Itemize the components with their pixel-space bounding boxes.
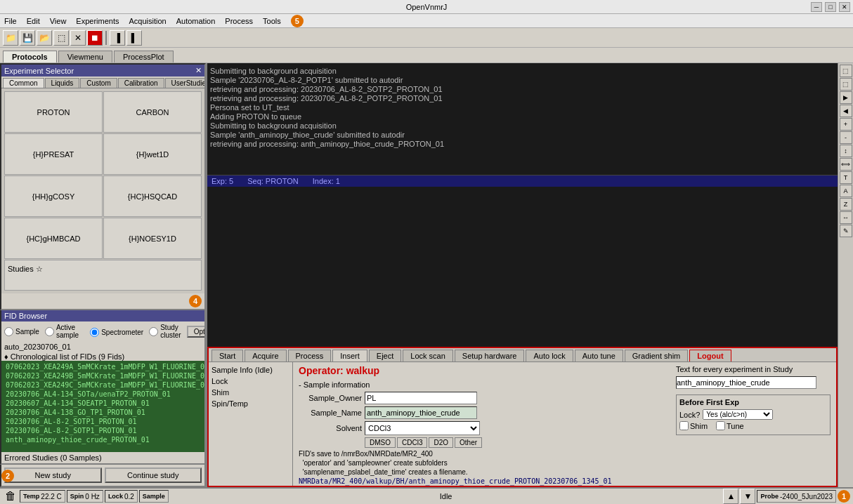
sidebar-icon-2[interactable]: ⬚ — [840, 78, 852, 91]
exp-hnoesy1d[interactable]: {H}NOESY1D — [103, 218, 202, 259]
sidebar-icon-arrow[interactable]: ↔ — [840, 211, 852, 224]
exp-tab-calibration[interactable]: Calibration — [118, 78, 164, 88]
options-button[interactable]: Options — [187, 326, 206, 338]
menu-file[interactable]: File — [1, 16, 20, 26]
expand-btn-1[interactable]: ▲ — [723, 489, 738, 504]
fid-item[interactable]: anth_aminopy_thioe_crude_PROTON_01 — [3, 435, 203, 444]
toolbar-btn-stop[interactable]: ⏹ — [87, 30, 103, 46]
ctrl-tab-insert[interactable]: Insert — [332, 350, 367, 362]
solvent-d2o-btn[interactable]: D2O — [429, 437, 453, 448]
continue-study-button[interactable]: Continue study — [105, 467, 202, 483]
exp-proton[interactable]: PROTON — [4, 91, 103, 133]
ctrl-tab-start[interactable]: Start — [211, 350, 243, 362]
tune-checkbox[interactable] — [716, 421, 725, 430]
ctrl-tab-lockscan[interactable]: Lock scan — [403, 350, 453, 362]
radio-spectrometer[interactable]: Spectrometer — [90, 328, 143, 337]
ctrl-tab-setup[interactable]: Setup hardware — [455, 350, 525, 362]
expand-btn-2[interactable]: ▼ — [740, 489, 755, 504]
exp-hchsqcad[interactable]: {HC}HSQCAD — [103, 175, 202, 217]
radio-active-input[interactable] — [45, 327, 54, 336]
radio-cluster-input[interactable] — [149, 327, 158, 336]
text-experiment-input[interactable] — [676, 376, 816, 389]
exp-tab-custom[interactable]: Custom — [80, 78, 117, 88]
exp-selector-close-icon[interactable]: ✕ — [195, 66, 202, 75]
trash-icon[interactable]: 🗑 — [3, 489, 18, 504]
shim-checkbox[interactable] — [679, 421, 689, 430]
toolbar-btn-5[interactable]: ▐ — [110, 30, 125, 46]
radio-study-cluster[interactable]: Study cluster — [149, 324, 181, 339]
sample-name-input[interactable] — [365, 406, 477, 419]
ctrl-tab-eject[interactable]: Eject — [369, 350, 401, 362]
radio-sample[interactable]: Sample — [4, 327, 39, 336]
close-button[interactable]: ✕ — [839, 2, 850, 12]
output-log[interactable]: Submitting to background acquisition Sam… — [207, 63, 838, 175]
ctrl-tab-logout[interactable]: Logout — [689, 350, 731, 362]
minimize-button[interactable]: ─ — [811, 2, 822, 12]
toolbar-btn-3[interactable]: 📂 — [37, 30, 52, 46]
sidebar-icon-zoom-out[interactable]: - — [840, 131, 852, 144]
sidebar-icon-a[interactable]: A — [840, 185, 852, 197]
menu-acquisition[interactable]: Acquisition — [126, 16, 169, 26]
radio-active-sample[interactable]: Active sample — [45, 324, 79, 339]
section-label-sample: - Sample information — [299, 380, 669, 389]
tab-protocols[interactable]: Protocols — [3, 51, 57, 62]
exp-hcghmbcad[interactable]: {HC}gHMBCAD — [4, 218, 103, 259]
sidebar-icon-t[interactable]: T — [840, 171, 852, 184]
new-study-button[interactable]: New study — [4, 467, 102, 483]
exp-tab-common[interactable]: Common — [3, 78, 44, 88]
sidebar-icon-z[interactable]: Z — [840, 198, 852, 211]
radio-sample-input[interactable] — [4, 327, 13, 336]
menu-tools[interactable]: Tools — [260, 16, 284, 26]
fid-item[interactable]: 20230706_AL-8-2_SOTP1_PROTON_01 — [3, 417, 203, 426]
sidebar-icon-zoom-in[interactable]: + — [840, 118, 852, 131]
solvent-select[interactable]: CDCl3 DMSO D2O Other — [365, 421, 480, 435]
ctrl-tab-autolock[interactable]: Auto lock — [526, 350, 573, 362]
solvent-dmso-btn[interactable]: DMSO — [365, 437, 396, 448]
fid-item[interactable]: 07062023_XEA249A_5mMCKrate_1mMDFP_W1_FLU… — [3, 362, 203, 371]
sidebar-icon-3[interactable]: ▶ — [840, 91, 852, 104]
solvent-other-btn[interactable]: Other — [455, 437, 482, 448]
fid-item[interactable]: 20230706_AL-8-2_SOTP1_PROTON_01 — [3, 426, 203, 435]
exp-tab-liquids[interactable]: Liquids — [45, 78, 80, 88]
tab-processplot[interactable]: ProcessPlot — [114, 51, 174, 62]
exp-hpresat[interactable]: {H}PRESAT — [4, 133, 103, 175]
fid-item[interactable]: 20230607_AL4-134_SOEATP1_PROTON_01 — [3, 399, 203, 408]
sidebar-icon-edit[interactable]: ✎ — [840, 225, 852, 237]
exp-tab-userstudies[interactable]: UserStudies — [165, 78, 206, 88]
tab-viewmenu[interactable]: Viewmenu — [58, 51, 112, 62]
toolbar-btn-4[interactable]: ⬚ — [53, 30, 69, 46]
fid-study-label: auto_20230706_01 — [1, 341, 204, 352]
menu-view[interactable]: View — [47, 16, 70, 26]
exp-hwet1d[interactable]: {H}wet1D — [103, 133, 202, 175]
menu-process[interactable]: Process — [222, 16, 256, 26]
exp-studies[interactable]: Studies ☆ — [4, 260, 202, 291]
exp-hhgcosy[interactable]: {HH}gCOSY — [4, 175, 103, 217]
menu-automation[interactable]: Automation — [174, 16, 219, 26]
sidebar-icon-fit[interactable]: ↕ — [840, 145, 852, 157]
menu-edit[interactable]: Edit — [24, 16, 43, 26]
toolbar-btn-6[interactable]: ▌ — [126, 30, 142, 46]
menu-experiments[interactable]: Experiments — [73, 16, 122, 26]
ctrl-tab-autotune[interactable]: Auto tune — [575, 350, 623, 362]
fid-item[interactable]: 20230706_AL4-134_SOTa/uenaTP2_PROTON_01 — [3, 390, 203, 399]
sidebar-icon-expand[interactable]: ⟺ — [840, 158, 852, 171]
fid-item[interactable]: 07062023_XEA249B_5mMCKrate_1mMDFP_W1_FLU… — [3, 371, 203, 380]
toolbar-btn-close[interactable]: ✕ — [70, 30, 86, 46]
fid-list[interactable]: 07062023_XEA249A_5mMCKrate_1mMDFP_W1_FLU… — [1, 361, 204, 452]
ctrl-tab-acquire[interactable]: Acquire — [245, 350, 286, 362]
toolbar-btn-2[interactable]: 💾 — [20, 30, 35, 46]
sidebar-icon-4[interactable]: ◀ — [840, 105, 852, 117]
exp-carbon[interactable]: CARBON — [103, 91, 202, 133]
sample-owner-input[interactable] — [365, 392, 477, 404]
fid-item[interactable]: 07062023_XEA249C_5mMCKrate_1mMDFP_W1_FLU… — [3, 380, 203, 390]
fid-item[interactable]: 20230706_AL4-138_GO_TP1_PROTON_01 — [3, 408, 203, 417]
solvent-label: Solvent — [299, 424, 362, 432]
radio-spec-input[interactable] — [90, 328, 99, 337]
ctrl-tab-gradshim[interactable]: Gradient shim — [625, 350, 688, 362]
lock-select[interactable]: Yes (alc/c>n) No — [703, 409, 773, 420]
sidebar-icon-1[interactable]: ⬚ — [840, 65, 852, 77]
solvent-cdcl3-btn[interactable]: CDCl3 — [397, 437, 427, 448]
toolbar-btn-1[interactable]: 📁 — [3, 30, 18, 46]
ctrl-tab-process[interactable]: Process — [288, 350, 332, 362]
maximize-button[interactable]: □ — [825, 2, 836, 12]
